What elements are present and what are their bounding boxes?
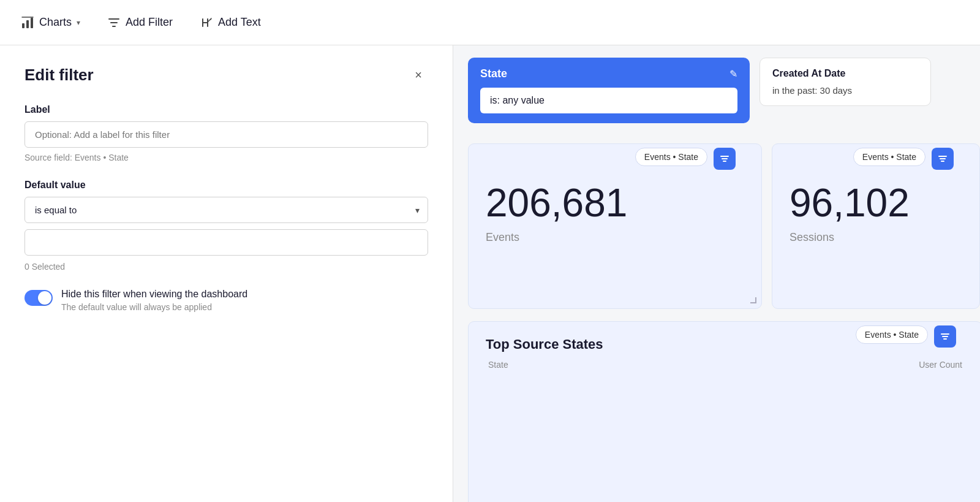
state-filter-card: State ✎ is: any value	[468, 58, 750, 123]
label-section: Label Source field: Events • State	[24, 104, 428, 162]
filter-edit-icon[interactable]: ✎	[729, 68, 737, 80]
filter-card-header: State ✎	[480, 67, 737, 80]
toggle-sublabel: The default value will always be applied	[61, 302, 247, 312]
metric-label-1: Events	[486, 231, 744, 244]
value-input[interactable]	[24, 229, 428, 256]
filter-value-box[interactable]: is: any value	[480, 88, 737, 113]
label-heading: Label	[24, 104, 428, 115]
label-input[interactable]	[24, 121, 428, 148]
toggle-text: Hide this filter when viewing the dashbo…	[61, 289, 247, 312]
metric-card-events: Events • State 206,681 Events	[468, 143, 762, 309]
charts-chevron-icon: ▾	[77, 18, 80, 27]
edit-filter-panel: Edit filter × Label Source field: Events…	[0, 45, 453, 502]
selected-count: 0 Selected	[24, 262, 428, 272]
add-text-button[interactable]: Add Text	[194, 12, 267, 33]
hide-filter-toggle[interactable]	[24, 290, 53, 306]
add-filter-button[interactable]: Add Filter	[101, 12, 179, 33]
default-value-heading: Default value	[24, 180, 428, 191]
chart-icon	[21, 16, 34, 29]
svg-rect-2	[31, 18, 33, 28]
chart-card-top-states: Events • State Top Source States State U…	[468, 321, 980, 502]
metric-value-2: 96,102	[790, 183, 962, 222]
condition-select[interactable]: is equal to is not equal to contains	[24, 197, 428, 223]
resize-handle-1[interactable]	[750, 297, 756, 303]
filter-card-title: State	[480, 67, 507, 80]
main-content: Edit filter × Label Source field: Events…	[0, 45, 980, 502]
metric-label-2: Sessions	[790, 231, 962, 244]
metric-badge-2: Events • State	[853, 148, 925, 166]
charts-menu-item[interactable]: Charts ▾	[15, 12, 86, 33]
toggle-label: Hide this filter when viewing the dashbo…	[61, 289, 247, 300]
chart-filter-button[interactable]	[934, 325, 956, 348]
date-filter-card: Created At Date in the past: 30 days	[760, 58, 931, 106]
panel-header: Edit filter ×	[24, 65, 428, 85]
panel-title: Edit filter	[24, 66, 94, 85]
date-card-value: in the past: 30 days	[772, 85, 918, 96]
default-value-section: Default value is equal to is not equal t…	[24, 180, 428, 272]
chart-col-left: State	[488, 360, 508, 370]
source-field-text: Source field: Events • State	[24, 153, 428, 162]
add-filter-label: Add Filter	[126, 16, 173, 29]
dashboard-panel: State ✎ is: any value Created At Date in…	[453, 45, 980, 502]
svg-rect-1	[26, 20, 29, 28]
chart-column-headers: State User Count	[486, 360, 965, 370]
select-wrapper: is equal to is not equal to contains ▾	[24, 197, 428, 223]
charts-label: Charts	[39, 16, 72, 29]
filter-badge-button-2[interactable]	[932, 148, 954, 170]
close-button[interactable]: ×	[409, 65, 428, 85]
toolbar: Charts ▾ Add Filter Add Text	[0, 0, 980, 45]
date-card-title: Created At Date	[772, 68, 918, 79]
metric-value-1: 206,681	[486, 183, 744, 222]
chart-col-right: User Count	[919, 360, 962, 370]
filter-icon	[107, 16, 121, 29]
filter-badge-button-1[interactable]	[714, 148, 736, 170]
metric-badge-1: Events • State	[635, 148, 707, 166]
metric-card-sessions: Events • State 96,102 Sessions	[772, 143, 980, 309]
svg-rect-0	[22, 23, 24, 28]
toggle-row: Hide this filter when viewing the dashbo…	[24, 289, 428, 312]
add-text-label: Add Text	[218, 16, 261, 29]
toggle-knob	[38, 291, 51, 305]
text-icon	[200, 16, 213, 29]
chart-badge: Events • State	[856, 325, 928, 344]
